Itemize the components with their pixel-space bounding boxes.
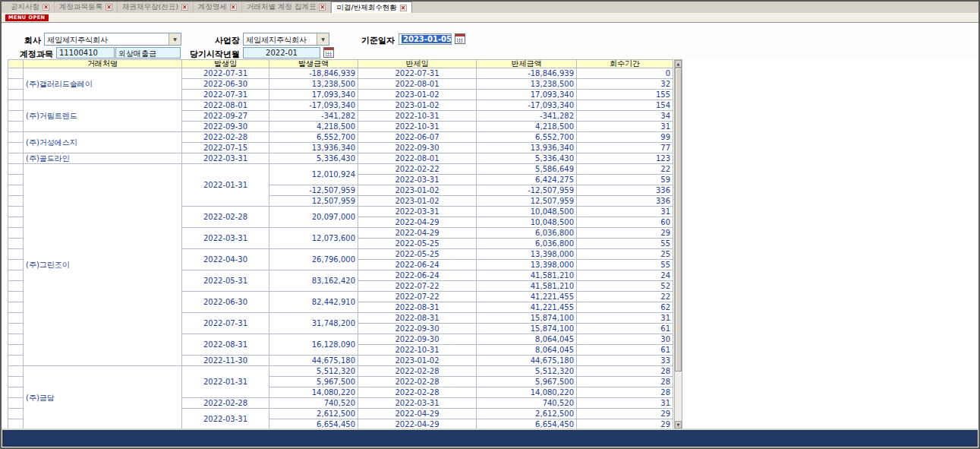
cell-occur-date[interactable]: 2022-05-31 [182,270,269,292]
cell-customer[interactable]: (주)갤러리드슬레이 [24,68,182,100]
cell-occur-date[interactable]: 2022-09-30 [182,122,269,132]
cell-occur-amount[interactable]: 5,336,430 [269,153,358,164]
cell-settle-date[interactable]: 2022-03-31 [358,398,477,409]
row-selector[interactable] [8,217,24,228]
row-selector[interactable] [8,281,24,292]
cell-collect-days[interactable]: 29 [577,228,673,239]
cell-settle-date[interactable]: 2022-07-22 [358,292,477,302]
cell-settle-amount[interactable]: 740,520 [477,398,577,409]
row-selector[interactable] [8,196,24,207]
cell-customer[interactable]: (주)그린조이 [24,164,182,366]
cell-settle-amount[interactable]: 6,552,700 [477,132,577,143]
row-selector[interactable] [8,302,24,313]
cell-settle-date[interactable]: 2022-04-29 [358,217,477,228]
cell-settle-date[interactable]: 2023-01-02 [358,196,477,207]
cell-occur-amount[interactable]: -17,093,340 [269,100,358,111]
cell-occur-amount[interactable]: 13,238,500 [269,79,358,90]
cell-settle-amount[interactable]: 12,507,959 [477,196,577,207]
cell-occur-date[interactable]: 2022-11-30 [182,356,269,366]
cell-settle-amount[interactable]: -18,846,939 [477,68,577,79]
period-start-input[interactable]: 2022-01 [243,47,320,58]
cell-occur-date[interactable]: 2022-07-31 [182,68,269,79]
row-selector[interactable] [8,366,24,377]
cell-collect-days[interactable]: 62 [577,302,673,313]
cell-occur-amount[interactable]: 26,796,000 [269,249,358,270]
row-selector[interactable] [8,143,24,153]
tab-account-subjects[interactable]: 계정과목등록 × [55,2,118,13]
tab-customer-account-summary[interactable]: 거래처별 계정 집계표 × [242,2,332,13]
cell-settle-amount[interactable]: 5,512,320 [477,366,577,377]
cell-occur-amount[interactable]: 4,218,500 [269,122,358,132]
cell-settle-date[interactable]: 2022-03-31 [358,207,477,217]
cell-settle-date[interactable]: 2022-06-24 [358,260,477,270]
cell-settle-date[interactable]: 2022-09-30 [358,334,477,345]
cell-settle-amount[interactable]: 5,586,649 [477,164,577,175]
row-selector[interactable] [8,79,24,90]
cell-occur-amount[interactable]: 17,093,340 [269,90,358,100]
cell-occur-date[interactable]: 2022-01-31 [182,366,269,398]
cell-occur-amount[interactable]: 20,097,000 [269,207,358,228]
cell-settle-amount[interactable]: 13,936,340 [477,143,577,153]
cell-settle-amount[interactable]: -12,507,959 [477,185,577,196]
cell-collect-days[interactable]: 123 [577,153,673,164]
menu-open-button[interactable]: MENU OPEN [5,14,49,21]
cell-collect-days[interactable]: 61 [577,324,673,334]
cell-settle-amount[interactable]: 10,048,500 [477,217,577,228]
cell-settle-amount[interactable]: 41,221,455 [477,302,577,313]
cell-collect-days[interactable]: 30 [577,334,673,345]
cell-settle-date[interactable]: 2022-08-01 [358,79,477,90]
cell-settle-date[interactable]: 2022-05-25 [358,249,477,260]
cell-customer[interactable]: (주)금담 [24,366,182,430]
cell-settle-amount[interactable]: 8,064,045 [477,334,577,345]
cell-settle-amount[interactable]: 41,581,210 [477,281,577,292]
cell-collect-days[interactable]: 61 [577,345,673,356]
cell-occur-amount[interactable]: 5,967,500 [269,377,358,387]
row-selector[interactable] [8,164,24,175]
cell-settle-date[interactable]: 2022-02-22 [358,164,477,175]
cell-settle-amount[interactable]: -17,093,340 [477,100,577,111]
chevron-down-icon[interactable]: ▼ [317,33,329,45]
cell-settle-date[interactable]: 2023-01-02 [358,100,477,111]
cell-occur-amount[interactable]: 6,654,450 [269,419,358,430]
tab-close-icon[interactable]: × [106,4,112,11]
row-selector[interactable] [8,387,24,398]
row-selector[interactable] [8,419,24,430]
base-date-input[interactable]: 2023-01-05 [399,33,452,45]
cell-occur-amount[interactable]: 6,552,700 [269,132,358,143]
scroll-down-icon[interactable]: ▼ [675,421,682,428]
cell-occur-date[interactable]: 2022-06-30 [182,79,269,90]
cell-collect-days[interactable]: 336 [577,196,673,207]
cell-collect-days[interactable]: 32 [577,79,673,90]
tab-close-icon[interactable]: × [400,5,407,11]
cell-settle-amount[interactable]: 6,036,800 [477,228,577,239]
row-selector[interactable] [8,239,24,249]
cell-settle-date[interactable]: 2022-08-31 [358,302,477,313]
row-selector[interactable] [8,68,24,79]
cell-settle-date[interactable]: 2022-06-07 [358,132,477,143]
row-selector[interactable] [8,153,24,164]
cell-settle-amount[interactable]: 8,064,045 [477,345,577,356]
cell-occur-amount[interactable]: 13,936,340 [269,143,358,153]
cell-occur-amount[interactable]: 12,507,959 [269,196,358,207]
cell-occur-amount[interactable]: 83,162,420 [269,270,358,292]
calendar-icon[interactable] [323,47,334,58]
chevron-down-icon[interactable]: ▼ [169,33,181,45]
row-selector[interactable] [8,122,24,132]
row-selector[interactable] [8,260,24,270]
row-selector[interactable] [8,249,24,260]
cell-collect-days[interactable]: 55 [577,239,673,249]
scrollbar-thumb[interactable] [675,68,682,372]
row-selector[interactable] [8,132,24,143]
account-name-input[interactable]: 외상매출금 [115,47,181,58]
cell-settle-date[interactable]: 2022-02-28 [358,366,477,377]
row-selector[interactable] [8,292,24,302]
cell-settle-date[interactable]: 2022-04-29 [358,228,477,239]
cell-occur-amount[interactable]: 16,128,090 [269,334,358,356]
cell-collect-days[interactable]: 25 [577,249,673,260]
cell-settle-date[interactable]: 2022-10-31 [358,111,477,122]
bizplace-select[interactable]: 제일제지주식회사 ▼ [243,33,329,46]
cell-settle-amount[interactable]: 5,336,430 [477,153,577,164]
tab-account-statement[interactable]: 계정명세 × [194,2,242,13]
row-selector[interactable] [8,377,24,387]
cell-settle-amount[interactable]: 6,654,450 [477,419,577,430]
